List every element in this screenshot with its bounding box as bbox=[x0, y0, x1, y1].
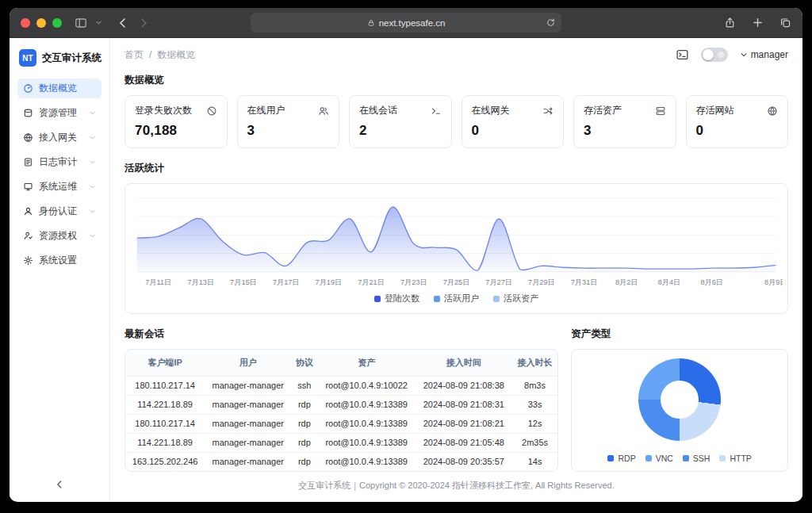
svg-text:8月6日: 8月6日 bbox=[700, 279, 723, 287]
legend-item-登陆次数[interactable]: 登陆次数 bbox=[374, 293, 419, 304]
legend-item-HTTP[interactable]: HTTP bbox=[719, 454, 751, 463]
legend-label: 登陆次数 bbox=[385, 293, 419, 304]
sidebar-item-系统设置[interactable]: 系统设置 bbox=[17, 251, 102, 270]
sidebar-item-接入网关[interactable]: 接入网关 bbox=[17, 128, 102, 147]
address-bar[interactable]: next.typesafe.cn bbox=[251, 13, 561, 33]
sessions-section: 最新会话 客户端IP用户协议资产接入时间接入时长 180.110.217.14m… bbox=[124, 325, 558, 472]
stat-value: 70,188 bbox=[135, 123, 217, 139]
chevron-down-icon bbox=[89, 208, 96, 215]
legend-swatch bbox=[719, 455, 726, 461]
table-row: 180.110.217.14manager-managersshroot@10.… bbox=[125, 376, 557, 395]
back-icon[interactable] bbox=[117, 17, 129, 29]
legend-item-活跃用户[interactable]: 活跃用户 bbox=[434, 293, 479, 304]
stat-label: 存活资产 bbox=[584, 104, 622, 117]
table-cell: ssh bbox=[291, 376, 317, 395]
user-menu[interactable]: manager bbox=[740, 49, 788, 60]
sidebar-item-label: 数据概览 bbox=[39, 82, 77, 95]
svg-text:7月15日: 7月15日 bbox=[230, 279, 257, 287]
svg-text:7月25日: 7月25日 bbox=[443, 279, 470, 287]
table-row: 163.125.202.246manager-managerrdproot@10… bbox=[125, 452, 557, 471]
theme-toggle[interactable] bbox=[701, 48, 728, 62]
browser-window: next.typesafe.cn NT 交互审计系统 数据概 bbox=[10, 8, 802, 502]
sidebar-item-系统运维[interactable]: 系统运维 bbox=[17, 177, 102, 197]
legend-item-SSH[interactable]: SSH bbox=[683, 454, 710, 463]
table-row: 114.221.18.89manager-managerrdproot@10.0… bbox=[125, 433, 557, 452]
table-cell: 33s bbox=[512, 395, 558, 414]
legend-item-VNC[interactable]: VNC bbox=[645, 454, 673, 463]
sidebar-collapse-icon[interactable] bbox=[54, 479, 65, 490]
sidebar-item-资源授权[interactable]: 资源授权 bbox=[17, 226, 102, 246]
legend-label: VNC bbox=[656, 454, 673, 463]
legend-item-RDP[interactable]: RDP bbox=[607, 454, 635, 463]
sidebar: NT 交互审计系统 数据概览 资源管理 接入网关 日志审计 系统运维 身份认证 bbox=[10, 38, 110, 501]
table-cell: 14s bbox=[512, 452, 558, 471]
identity-icon bbox=[23, 206, 33, 216]
stat-card-top: 在线会话 bbox=[359, 104, 442, 117]
stat-cards: 登录失败次数 70,188 在线用户 3 在线会话 2 在线网关 0 bbox=[124, 95, 788, 148]
sidebar-item-身份认证[interactable]: 身份认证 bbox=[17, 201, 102, 221]
table-cell: 163.125.202.246 bbox=[125, 452, 205, 471]
breadcrumb-separator: / bbox=[149, 49, 151, 60]
legend-item-活跃资产[interactable]: 活跃资产 bbox=[493, 293, 538, 304]
lock-icon bbox=[367, 19, 375, 27]
stat-card-登录失败次数: 登录失败次数 70,188 bbox=[124, 95, 228, 148]
forward-icon[interactable] bbox=[137, 17, 150, 29]
share-icon[interactable] bbox=[724, 17, 736, 29]
browser-toolbar: next.typesafe.cn bbox=[10, 8, 802, 38]
legend-swatch bbox=[493, 296, 500, 302]
table-row: 180.110.217.14manager-managerrdproot@10.… bbox=[125, 414, 557, 433]
terminal-icon[interactable] bbox=[676, 48, 689, 61]
activity-area-chart: 7月11日7月13日7月15日7月17日7月19日7月21日7月23日7月25日… bbox=[130, 190, 783, 290]
sidebar-item-数据概览[interactable]: 数据概览 bbox=[17, 78, 102, 98]
table-cell: 12s bbox=[512, 414, 558, 433]
table-cell: manager-manager bbox=[205, 433, 291, 452]
minimize-window-button[interactable] bbox=[36, 18, 46, 28]
user-name: manager bbox=[751, 49, 788, 60]
stat-card-存活资产: 存活资产 3 bbox=[573, 95, 676, 148]
stat-value: 3 bbox=[247, 123, 330, 139]
table-row: 114.221.18.89manager-managerrdproot@10.0… bbox=[125, 395, 557, 414]
svg-text:7月27日: 7月27日 bbox=[485, 279, 512, 287]
stat-card-在线用户: 在线用户 3 bbox=[237, 95, 340, 148]
stat-value: 0 bbox=[472, 123, 554, 139]
chevron-down-icon bbox=[740, 51, 748, 59]
activity-chart-legend: 登陆次数活跃用户活跃资产 bbox=[130, 290, 783, 310]
table-cell: 2024-08-09 21:08:21 bbox=[416, 414, 512, 433]
chevron-down-icon[interactable] bbox=[95, 19, 102, 26]
sidebar-item-label: 资源管理 bbox=[39, 106, 77, 120]
gateway-icon bbox=[23, 132, 33, 143]
stat-value: 0 bbox=[696, 123, 779, 139]
table-cell: 114.221.18.89 bbox=[125, 433, 205, 452]
table-cell: rdp bbox=[291, 395, 317, 414]
table-cell: rdp bbox=[291, 433, 317, 452]
sidebar-toggle-icon[interactable] bbox=[75, 17, 87, 29]
sidebar-item-label: 身份认证 bbox=[39, 205, 77, 218]
stat-card-在线会话: 在线会话 2 bbox=[349, 95, 452, 148]
svg-text:7月29日: 7月29日 bbox=[528, 279, 555, 287]
app-frame: NT 交互审计系统 数据概览 资源管理 接入网关 日志审计 系统运维 身份认证 bbox=[10, 38, 802, 501]
svg-text:7月13日: 7月13日 bbox=[187, 279, 214, 287]
zoom-window-button[interactable] bbox=[52, 18, 62, 28]
log-audit-icon bbox=[23, 157, 33, 167]
users-icon bbox=[318, 105, 329, 117]
table-cell: rdp bbox=[291, 452, 317, 471]
toolbar-nav-group bbox=[75, 17, 150, 29]
resource-icon bbox=[23, 108, 33, 118]
tab-overview-icon[interactable] bbox=[779, 17, 791, 29]
reload-icon[interactable] bbox=[546, 17, 556, 28]
legend-swatch bbox=[434, 296, 440, 302]
breadcrumb-home[interactable]: 首页 bbox=[124, 48, 144, 62]
sessions-table: 客户端IP用户协议资产接入时间接入时长 180.110.217.14manage… bbox=[125, 350, 557, 471]
app-logo: NT 交互审计系统 bbox=[10, 38, 109, 77]
main-content: 首页 / 数据概览 bbox=[110, 38, 802, 501]
stat-value: 2 bbox=[359, 123, 442, 139]
svg-text:7月31日: 7月31日 bbox=[571, 279, 598, 287]
close-window-button[interactable] bbox=[21, 18, 30, 28]
traffic-lights bbox=[21, 18, 62, 28]
sidebar-item-日志审计[interactable]: 日志审计 bbox=[17, 152, 102, 172]
chevron-down-icon bbox=[89, 109, 96, 117]
table-cell: 180.110.217.14 bbox=[125, 414, 205, 433]
toolbar-actions bbox=[724, 17, 791, 29]
sidebar-item-资源管理[interactable]: 资源管理 bbox=[17, 103, 102, 123]
new-tab-icon[interactable] bbox=[752, 17, 764, 29]
